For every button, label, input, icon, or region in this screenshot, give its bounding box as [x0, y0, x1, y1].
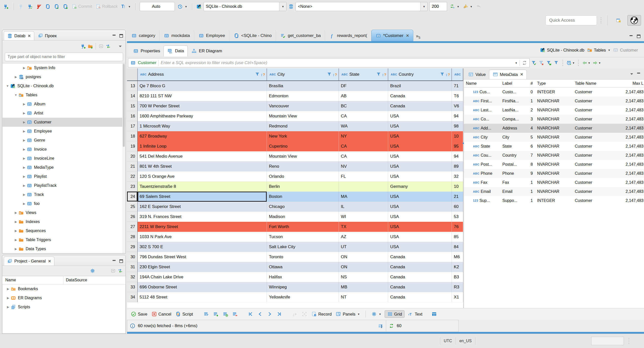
column-filter-icon[interactable] [255, 72, 260, 77]
row-number[interactable]: 27 [127, 222, 138, 232]
column-header-Country[interactable]: ABCCountry↕? [388, 68, 452, 80]
close-icon[interactable]: ✕ [406, 33, 409, 38]
tree-expanded-arrow[interactable]: ▼ [13, 93, 18, 97]
grid-cell[interactable]: UT [339, 242, 388, 252]
row-number[interactable]: 18 [127, 131, 138, 141]
grid-cell[interactable]: Salt Lake City [267, 242, 339, 252]
tab-properties[interactable]: Properties [130, 46, 164, 57]
grid-cell[interactable]: Germany [388, 182, 452, 192]
grid-cell[interactable]: Brazil [388, 81, 452, 91]
grid-cell[interactable]: WI [339, 212, 388, 222]
grid-cell[interactable]: 1033 N Park Ave [138, 232, 267, 242]
grid-cell[interactable]: MA [339, 192, 388, 202]
grid-cell[interactable]: Brasília [267, 81, 339, 91]
dbeaver-perspective-button[interactable] [627, 15, 641, 26]
minimize-icon[interactable] [111, 258, 117, 264]
grid-cell[interactable]: TX [339, 222, 388, 232]
editor-tab--customer[interactable]: *Customer✕ [371, 30, 413, 41]
grid-cell[interactable]: Boston [267, 192, 339, 202]
grid-cell[interactable]: Canada [388, 282, 452, 292]
sql-filter-input[interactable]: Customer Enter a SQL expression to filte… [128, 58, 530, 67]
tree-collapsed-arrow[interactable]: ▶ [22, 202, 27, 205]
grid-cell[interactable]: 1 Microsoft Way [138, 121, 267, 131]
row-number[interactable]: 28 [127, 232, 138, 242]
grid-cell[interactable]: Canada [388, 101, 452, 111]
grid-settings-button[interactable]: ▼ [371, 311, 382, 317]
commit-button[interactable]: Commit [71, 3, 93, 10]
refresh-icon[interactable] [522, 60, 527, 66]
grid-cell[interactable]: USA [388, 141, 452, 151]
tree-collapsed-arrow[interactable]: ▶ [22, 166, 27, 169]
new-connection-button[interactable] [3, 3, 10, 10]
tab-overflow-indicator[interactable]: »5 [413, 33, 423, 39]
grid-cell[interactable]: Cupertino [267, 141, 339, 151]
grid-cell[interactable]: Canada [388, 91, 452, 101]
grid-cell[interactable]: Madison [267, 212, 339, 222]
grid-cell[interactable]: 1600 Amphitheatre Parkway [138, 111, 267, 121]
tree-expanded-arrow[interactable]: ▼ [5, 84, 10, 88]
tree-item-table-triggers[interactable]: ▶Table Triggers [3, 235, 125, 244]
editor-tab-category[interactable]: category [127, 30, 159, 41]
grid-cell[interactable]: B3 [452, 272, 463, 282]
grid-cell[interactable]: USA [388, 232, 452, 242]
disconnect-button[interactable] [35, 3, 43, 10]
tree-item-invoice[interactable]: ▶Invoice [3, 145, 125, 154]
text-mode-button[interactable]: ‹TText [407, 311, 423, 317]
tab-database-navigator[interactable]: Datab ✕ [4, 31, 34, 40]
grid-cell[interactable]: USA [388, 192, 452, 202]
row-number[interactable]: 25 [127, 202, 138, 212]
grid-cell[interactable]: X1 [452, 292, 463, 302]
tree-item-system-info[interactable]: ▶iSystem Info [3, 63, 125, 72]
metadata-row[interactable]: ABCCityCity5NVARCHARCustomer2,147,483 [464, 133, 644, 142]
tree-item-album[interactable]: ▶Album [3, 100, 125, 109]
tree-collapsed-arrow[interactable]: ▶ [22, 148, 27, 151]
editor-tab-employee[interactable]: Employee [194, 30, 229, 41]
grid-cell[interactable]: New York [267, 131, 339, 141]
grid-cell[interactable]: R3 [452, 282, 463, 292]
remove-filter-button[interactable] [538, 60, 545, 66]
grid-cell[interactable]: Canada [388, 252, 452, 262]
new-folder-icon[interactable] [88, 44, 93, 49]
grid-cell[interactable]: Mountain View [267, 151, 339, 161]
grid-cell[interactable]: Chicago [267, 202, 339, 212]
grid-cell[interactable]: ON [339, 262, 388, 272]
reconnect-button[interactable] [27, 3, 34, 10]
grid-cell[interactable]: WA [339, 121, 388, 131]
add-row-button[interactable] [212, 311, 219, 317]
grid-cell[interactable]: NY [339, 131, 388, 141]
rollback-button[interactable]: Rollback [95, 3, 118, 10]
tree-collapsed-arrow[interactable]: ▶ [22, 102, 27, 106]
grid-cell[interactable]: FL [339, 171, 388, 182]
schema-combo-arrow[interactable]: ▼ [420, 2, 427, 11]
tab-data[interactable]: <>Data [164, 46, 188, 57]
tab-projects[interactable]: Проек [35, 31, 60, 40]
tree-item-data-types[interactable]: ▶Data Types [3, 244, 125, 253]
grid-cell[interactable]: USA [388, 161, 452, 171]
row-number[interactable]: 21 [127, 161, 138, 171]
metadata-column-header[interactable]: Label [500, 81, 529, 86]
grid-cell[interactable]: Tucson [267, 232, 339, 242]
goto-row-button[interactable] [291, 311, 298, 317]
row-number[interactable]: 26 [127, 212, 138, 222]
metadata-row[interactable]: ABCAdd...Address4NVARCHARCustomer2,147,4… [464, 124, 644, 133]
new-sql-editor-button[interactable] [62, 3, 69, 10]
record-mode-button[interactable]: iRecord [310, 311, 332, 317]
collapse-all-icon[interactable] [98, 44, 104, 49]
column-header-Address[interactable]: ABCAddress↕? [138, 68, 267, 80]
metadata-row[interactable]: ABCCo...Compa...3NVARCHARCustomer2,147,4… [464, 115, 644, 124]
custom-filter-button[interactable] [553, 60, 560, 66]
grid-cell[interactable]: Canada [388, 272, 452, 282]
row-number[interactable]: 24 [127, 192, 138, 202]
column-sort-icon[interactable]: ↕ [261, 72, 263, 77]
close-icon[interactable]: ✕ [48, 259, 51, 264]
grid-cell[interactable]: Halifax [267, 272, 339, 282]
grid-cell[interactable]: 696 Osborne Street [138, 282, 267, 292]
gear-icon[interactable] [90, 268, 95, 274]
metadata-row[interactable]: ABCFirst...FirstNa...1NVARCHARCustomer2,… [464, 97, 644, 106]
grid-cell[interactable]: M6 [452, 252, 463, 262]
grid-cell[interactable]: 627 Broadway [138, 131, 267, 141]
link-with-editor-icon[interactable] [105, 44, 111, 49]
commit-mode-combo[interactable]: Auto [140, 2, 175, 11]
grid-cell[interactable]: 2211 W Berry Street [138, 222, 267, 232]
grid-cell[interactable]: Vancouver [267, 101, 339, 111]
